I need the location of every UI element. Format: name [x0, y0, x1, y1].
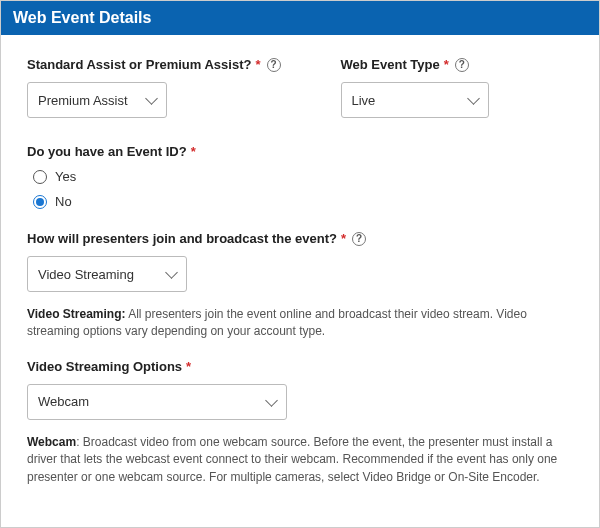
- required-marker: *: [341, 231, 346, 246]
- select-event-type[interactable]: Live: [341, 82, 489, 118]
- chevron-down-icon: [265, 394, 278, 407]
- radio-circle-icon: [33, 170, 47, 184]
- label-event-id-text: Do you have an Event ID?: [27, 144, 187, 159]
- select-join-method-value: Video Streaming: [38, 267, 134, 282]
- chevron-down-icon: [467, 92, 480, 105]
- select-assist-value: Premium Assist: [38, 93, 128, 108]
- label-join-method: How will presenters join and broadcast t…: [27, 231, 573, 246]
- chevron-down-icon: [145, 92, 158, 105]
- web-event-details-panel: Web Event Details Standard Assist or Pre…: [0, 0, 600, 528]
- field-vs-options: Video Streaming Options * Webcam: [27, 359, 573, 420]
- required-marker: *: [444, 57, 449, 72]
- radio-label-no: No: [55, 194, 72, 209]
- select-join-method[interactable]: Video Streaming: [27, 256, 187, 292]
- panel-header: Web Event Details: [1, 1, 599, 35]
- field-event-type: Web Event Type * ? Live: [341, 57, 489, 118]
- select-vs-options[interactable]: Webcam: [27, 384, 287, 420]
- field-event-id: Do you have an Event ID? * Yes No: [27, 144, 573, 209]
- vs-desc-term: Video Streaming:: [27, 307, 125, 321]
- help-icon[interactable]: ?: [267, 58, 281, 72]
- label-vs-options: Video Streaming Options *: [27, 359, 573, 374]
- radio-label-yes: Yes: [55, 169, 76, 184]
- webcam-desc-text: : Broadcast video from one webcam source…: [27, 435, 557, 484]
- select-vs-options-value: Webcam: [38, 394, 89, 409]
- radio-group-event-id: Yes No: [27, 169, 573, 209]
- field-join-method: How will presenters join and broadcast t…: [27, 231, 573, 292]
- radio-event-id-yes[interactable]: Yes: [33, 169, 573, 184]
- select-event-type-value: Live: [352, 93, 376, 108]
- panel-body: Standard Assist or Premium Assist? * ? P…: [1, 35, 599, 498]
- label-assist: Standard Assist or Premium Assist? * ?: [27, 57, 281, 72]
- radio-circle-icon: [33, 195, 47, 209]
- required-marker: *: [186, 359, 191, 374]
- help-icon[interactable]: ?: [352, 232, 366, 246]
- label-join-method-text: How will presenters join and broadcast t…: [27, 231, 337, 246]
- video-streaming-description: Video Streaming: All presenters join the…: [27, 306, 573, 341]
- webcam-description: Webcam: Broadcast video from one webcam …: [27, 434, 573, 486]
- field-assist: Standard Assist or Premium Assist? * ? P…: [27, 57, 281, 118]
- select-assist[interactable]: Premium Assist: [27, 82, 167, 118]
- label-event-id: Do you have an Event ID? *: [27, 144, 573, 159]
- label-assist-text: Standard Assist or Premium Assist?: [27, 57, 251, 72]
- webcam-desc-term: Webcam: [27, 435, 76, 449]
- required-marker: *: [191, 144, 196, 159]
- label-event-type-text: Web Event Type: [341, 57, 440, 72]
- required-marker: *: [255, 57, 260, 72]
- row-assist-type: Standard Assist or Premium Assist? * ? P…: [27, 57, 573, 118]
- label-vs-options-text: Video Streaming Options: [27, 359, 182, 374]
- label-event-type: Web Event Type * ?: [341, 57, 489, 72]
- chevron-down-icon: [165, 266, 178, 279]
- radio-event-id-no[interactable]: No: [33, 194, 573, 209]
- panel-title: Web Event Details: [13, 9, 151, 26]
- help-icon[interactable]: ?: [455, 58, 469, 72]
